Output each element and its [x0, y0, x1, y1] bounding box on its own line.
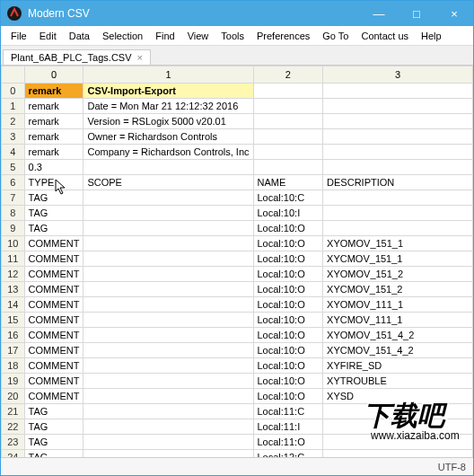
cell[interactable]: COMMENT	[24, 267, 83, 282]
table-row[interactable]: 17COMMENTLocal:10:OXYCMOV_151_4_2	[2, 343, 473, 358]
cell[interactable]	[83, 282, 253, 297]
cell[interactable]	[83, 297, 253, 313]
tab-close-icon[interactable]: ×	[137, 52, 143, 63]
table-row[interactable]: 6TYPESCOPENAMEDESCRIPTION	[2, 175, 473, 190]
cell[interactable]: Company = Richardson Controls, Inc	[83, 145, 253, 160]
row-header[interactable]: 17	[2, 343, 25, 358]
cell[interactable]: COMMENT	[24, 282, 83, 297]
cell[interactable]	[83, 251, 253, 267]
menu-tools[interactable]: Tools	[215, 29, 250, 43]
cell[interactable]	[83, 374, 253, 389]
cell[interactable]: Local:10:O	[253, 328, 323, 343]
cell[interactable]	[323, 160, 473, 175]
column-header-0[interactable]: 0	[24, 66, 83, 84]
row-header[interactable]: 3	[2, 129, 25, 145]
cell[interactable]: XYTROUBLE	[323, 374, 473, 389]
cell[interactable]: SCOPE	[83, 175, 253, 190]
row-header[interactable]: 12	[2, 267, 25, 282]
cell[interactable]: XYCMOV_111_1	[323, 313, 473, 328]
cell[interactable]: remark	[24, 114, 83, 129]
cell[interactable]: XYOMOV_151_1	[323, 236, 473, 251]
cell[interactable]: remark	[24, 99, 83, 114]
row-header[interactable]: 24	[2, 450, 25, 458]
column-header-1[interactable]: 1	[83, 66, 253, 84]
cell[interactable]: COMMENT	[24, 343, 83, 358]
menu-view[interactable]: View	[181, 29, 215, 43]
menu-help[interactable]: Help	[415, 29, 448, 43]
table-row[interactable]: 14COMMENTLocal:10:OXYOMOV_111_1	[2, 297, 473, 313]
row-header[interactable]: 13	[2, 282, 25, 297]
table-row[interactable]: 4remarkCompany = Richardson Controls, In…	[2, 145, 473, 160]
cell[interactable]: Local:10:O	[253, 221, 323, 236]
cell[interactable]	[323, 221, 473, 236]
menu-edit[interactable]: Edit	[33, 29, 63, 43]
cell[interactable]	[83, 358, 253, 374]
cell[interactable]: COMMENT	[24, 236, 83, 251]
table-row[interactable]: 2remarkVersion = RSLogix 5000 v20.01	[2, 114, 473, 129]
cell[interactable]	[323, 190, 473, 206]
cell[interactable]	[83, 404, 253, 419]
cell[interactable]: TAG	[24, 450, 83, 458]
row-header[interactable]: 21	[2, 404, 25, 419]
cell[interactable]	[253, 129, 323, 145]
cell[interactable]: COMMENT	[24, 297, 83, 313]
cell[interactable]: COMMENT	[24, 358, 83, 374]
table-row[interactable]: 19COMMENTLocal:10:OXYTROUBLE	[2, 374, 473, 389]
row-header[interactable]: 5	[2, 160, 25, 175]
row-header[interactable]: 15	[2, 313, 25, 328]
row-header[interactable]: 4	[2, 145, 25, 160]
spreadsheet-grid[interactable]: 0123 0remarkCSV-Import-Export1remarkDate…	[1, 66, 473, 457]
row-header[interactable]: 20	[2, 389, 25, 404]
row-header[interactable]: 11	[2, 251, 25, 267]
cell[interactable]: TYPE	[24, 175, 83, 190]
cell[interactable]	[83, 267, 253, 282]
table-row[interactable]: 12COMMENTLocal:10:OXYOMOV_151_2	[2, 267, 473, 282]
row-header[interactable]: 0	[2, 84, 25, 99]
menu-find[interactable]: Find	[149, 29, 180, 43]
table-row[interactable]: 18COMMENTLocal:10:OXYFIRE_SD	[2, 358, 473, 374]
cell[interactable]	[83, 343, 253, 358]
cell[interactable]: Local:10:O	[253, 389, 323, 404]
cell[interactable]	[323, 450, 473, 458]
cell[interactable]	[253, 160, 323, 175]
cell[interactable]: Local:10:O	[253, 313, 323, 328]
cell[interactable]: Local:10:O	[253, 358, 323, 374]
cell[interactable]: XYOMOV_151_4_2	[323, 328, 473, 343]
table-row[interactable]: 0remarkCSV-Import-Export	[2, 84, 473, 99]
menu-data[interactable]: Data	[63, 29, 96, 43]
cell[interactable]	[83, 206, 253, 221]
cell[interactable]: Local:10:O	[253, 267, 323, 282]
cell[interactable]: Version = RSLogix 5000 v20.01	[83, 114, 253, 129]
menu-file[interactable]: File	[4, 29, 33, 43]
cell[interactable]	[323, 99, 473, 114]
menu-contact-us[interactable]: Contact us	[355, 29, 415, 43]
row-header[interactable]: 22	[2, 419, 25, 435]
row-header[interactable]: 2	[2, 114, 25, 129]
column-header-3[interactable]: 3	[323, 66, 473, 84]
cell[interactable]	[323, 206, 473, 221]
row-header[interactable]: 8	[2, 206, 25, 221]
cell[interactable]	[83, 389, 253, 404]
table-row[interactable]: 3remarkOwner = Richardson Controls	[2, 129, 473, 145]
cell[interactable]: XYCMOV_151_4_2	[323, 343, 473, 358]
titlebar[interactable]: Modern CSV — □ ×	[1, 1, 473, 26]
cell[interactable]: Local:10:O	[253, 297, 323, 313]
cell[interactable]: Local:10:O	[253, 236, 323, 251]
cell[interactable]: TAG	[24, 190, 83, 206]
cell[interactable]: COMMENT	[24, 389, 83, 404]
cell[interactable]: remark	[24, 129, 83, 145]
cell[interactable]	[323, 114, 473, 129]
row-header[interactable]: 18	[2, 358, 25, 374]
row-header[interactable]: 6	[2, 175, 25, 190]
table-row[interactable]: 24TAGLocal:12:C	[2, 450, 473, 458]
cell[interactable]	[83, 328, 253, 343]
cell[interactable]: Local:10:I	[253, 206, 323, 221]
row-header[interactable]: 1	[2, 99, 25, 114]
cell[interactable]	[83, 190, 253, 206]
menu-preferences[interactable]: Preferences	[250, 29, 316, 43]
table-row[interactable]: 9TAGLocal:10:O	[2, 221, 473, 236]
cell[interactable]: XYFIRE_SD	[323, 358, 473, 374]
cell[interactable]: Local:11:C	[253, 404, 323, 419]
table-row[interactable]: 11COMMENTLocal:10:OXYCMOV_151_1	[2, 251, 473, 267]
table-row[interactable]: 15COMMENTLocal:10:OXYCMOV_111_1	[2, 313, 473, 328]
